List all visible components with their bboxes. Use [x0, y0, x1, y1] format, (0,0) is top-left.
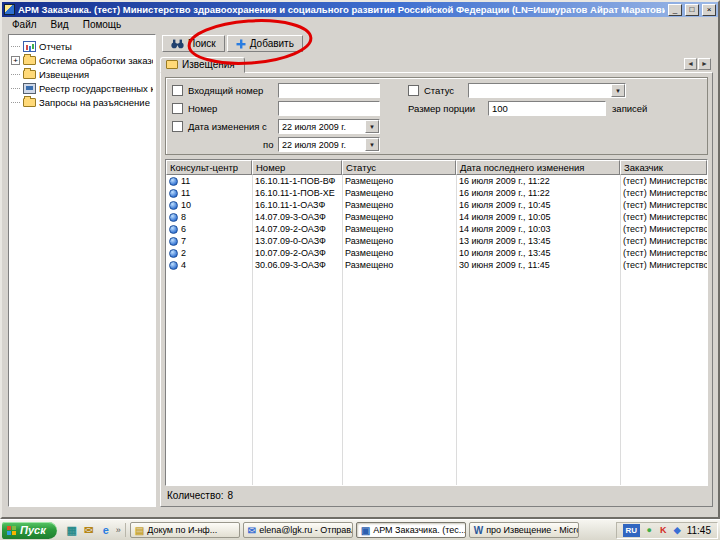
tree-item-notices[interactable]: Извещения [11, 67, 153, 81]
number-input[interactable] [278, 101, 380, 116]
table-cell: Размещено [342, 223, 456, 235]
date-to-picker[interactable]: 22 июля 2009 г. ▼ [278, 137, 380, 152]
folder-icon [23, 70, 36, 79]
notice-icon [169, 213, 178, 222]
mail-icon[interactable]: ✉ [82, 523, 96, 537]
folder-icon [166, 60, 178, 69]
close-button[interactable]: × [702, 4, 716, 16]
table-cell: (тест) Министерство здраво [620, 211, 707, 223]
column-divider [620, 175, 621, 485]
menu-help[interactable]: Помощь [76, 19, 129, 30]
main-panel: Поиск Добавить Извещения [160, 34, 713, 507]
table-cell: 14 июля 2009 г., 10:03 [456, 223, 620, 235]
table-row[interactable]: 1116.10.11-1-ПОВ-ВФРазмещено16 июля 2009… [166, 175, 707, 187]
notice-icon [169, 189, 178, 198]
chevron-icon[interactable]: » [116, 525, 121, 535]
notice-icon [169, 201, 178, 210]
desktop-icon[interactable]: ▦ [65, 523, 79, 537]
arm-icon: ▣ [361, 525, 370, 536]
table-row[interactable]: 1116.10.11-1-ПОВ-ХЕРазмещено16 июля 2009… [166, 187, 707, 199]
expand-icon[interactable]: + [11, 56, 20, 65]
table-cell: 6 [166, 223, 252, 235]
tree-item-label: Реестр государственных контрактов [39, 83, 153, 94]
column-header[interactable]: Номер [252, 160, 342, 175]
tab-next-icon[interactable]: ► [698, 58, 711, 70]
tree-connector [11, 102, 20, 103]
tree-item-label: Запросы на разъяснение [39, 97, 150, 108]
incoming-number-label: Входящий номер [188, 85, 263, 96]
tree-item-label: Система обработки заказов [39, 55, 153, 66]
network-icon[interactable]: ◆ [672, 525, 683, 536]
title-bar[interactable]: АРМ Заказчика. (тест) Министерство здрав… [2, 2, 718, 17]
tree-item-reports[interactable]: Отчеты [11, 39, 153, 53]
table-cell: Размещено [342, 187, 456, 199]
date-to-label: по [263, 139, 273, 150]
table-row[interactable]: 814.07.09-3-ОАЗФРазмещено14 июля 2009 г.… [166, 211, 707, 223]
count-label: Количество: [167, 490, 223, 501]
status-icon[interactable]: ● [644, 525, 655, 536]
portion-suffix-label: записей [612, 103, 647, 114]
table-cell: 30.06.09-3-ОАЗФ [252, 259, 342, 271]
column-header[interactable]: Консульт-центр [166, 160, 252, 175]
minimize-button[interactable]: _ [668, 4, 682, 16]
dropdown-arrow-icon[interactable]: ▼ [611, 84, 625, 97]
tree-item-label: Отчеты [39, 41, 72, 52]
table-row[interactable]: 1016.10.11-1-ОАЗФРазмещено16 июля 2009 г… [166, 199, 707, 211]
dropdown-arrow-icon[interactable]: ▼ [365, 138, 379, 151]
tab-prev-icon[interactable]: ◄ [684, 58, 697, 70]
notice-icon [169, 237, 178, 246]
table-row[interactable]: 614.07.09-2-ОАЗФРазмещено14 июля 2009 г.… [166, 223, 707, 235]
tray-icons: ●K◆ [644, 525, 683, 536]
tab-nav: ◄ ► [684, 58, 711, 70]
table-body: 1116.10.11-1-ПОВ-ВФРазмещено16 июля 2009… [166, 175, 707, 271]
status-checkbox[interactable] [408, 85, 419, 96]
binoculars-icon [171, 39, 184, 49]
quick-launch: ▦✉e » [61, 523, 126, 537]
menu-file[interactable]: Файл [5, 19, 44, 30]
taskbar-task-mail[interactable]: ✉elena@lgk.ru - Отправлен... [243, 522, 353, 538]
start-button[interactable]: Пуск [2, 522, 57, 539]
windows-logo-icon [7, 526, 16, 535]
maximize-button[interactable]: □ [685, 4, 699, 16]
number-checkbox[interactable] [172, 103, 183, 114]
column-header[interactable]: Заказчик [620, 160, 707, 175]
browser-icon[interactable]: e [99, 523, 113, 537]
tab-notices[interactable]: Извещения [160, 57, 245, 73]
antivirus-icon[interactable]: K [658, 525, 669, 536]
notice-icon [169, 177, 178, 186]
portion-input[interactable] [488, 101, 606, 116]
notice-icon [169, 261, 178, 270]
tree-item-requests[interactable]: Запросы на разъяснение [11, 95, 153, 109]
table-header: Консульт-центрНомерСтатусДата последнего… [166, 160, 707, 175]
date-from-picker[interactable]: 22 июля 2009 г. ▼ [278, 119, 380, 134]
incoming-number-input[interactable] [278, 83, 380, 98]
add-button[interactable]: Добавить [227, 35, 303, 52]
table-cell: 16 июля 2009 г., 10:45 [456, 199, 620, 211]
language-indicator[interactable]: RU [623, 524, 640, 537]
taskbar-task-docs[interactable]: ▤Докум по И-нф... [130, 522, 240, 538]
column-header[interactable]: Дата последнего изменения [456, 160, 620, 175]
menu-view[interactable]: Вид [44, 19, 76, 30]
taskbar-task-word[interactable]: Wпро Извещение - Micros... [469, 522, 579, 538]
tree-connector [11, 88, 20, 89]
dropdown-arrow-icon[interactable]: ▼ [365, 120, 379, 133]
notice-icon [169, 225, 178, 234]
tree-item-orders[interactable]: +Система обработки заказов [11, 53, 153, 67]
taskbar-clock[interactable]: 11:45 [687, 525, 711, 536]
add-button-label: Добавить [250, 38, 294, 49]
tree-item-registry[interactable]: Реестр государственных контрактов [11, 81, 153, 95]
incoming-number-checkbox[interactable] [172, 85, 183, 96]
notices-tab-page: Входящий номер Номер Дата изменения с 22… [160, 72, 713, 507]
table-cell: 14.07.09-2-ОАЗФ [252, 223, 342, 235]
table-cell: 10 [166, 199, 252, 211]
status-combobox[interactable]: ▼ [468, 83, 626, 98]
date-to-value: 22 июля 2009 г. [279, 140, 365, 150]
table-row[interactable]: 430.06.09-3-ОАЗФРазмещено30 июня 2009 г.… [166, 259, 707, 271]
column-header[interactable]: Статус [342, 160, 456, 175]
taskbar-task-arm[interactable]: ▣АРМ Заказчика. (тес... [356, 522, 466, 538]
search-button[interactable]: Поиск [162, 35, 225, 52]
date-changed-checkbox[interactable] [172, 121, 183, 132]
tree-connector [11, 46, 20, 47]
table-row[interactable]: 210.07.09-2-ОАЗФРазмещено10 июля 2009 г.… [166, 247, 707, 259]
table-row[interactable]: 713.07.09-0-ОАЗФРазмещено13 июля 2009 г.… [166, 235, 707, 247]
